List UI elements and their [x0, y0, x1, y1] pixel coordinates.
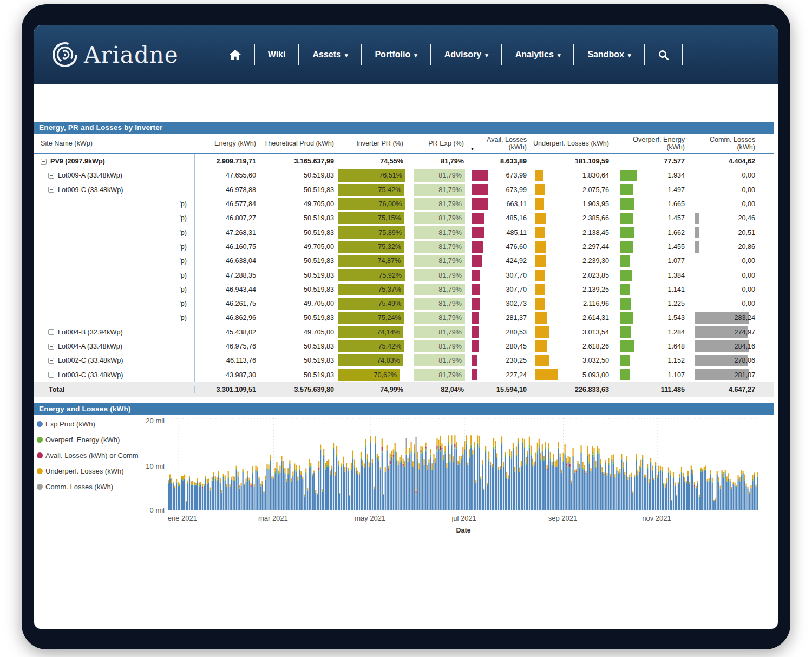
chevron-down-icon: ▾ — [558, 52, 561, 59]
nav-separator — [682, 44, 683, 65]
table-row[interactable]: Lot002-C (33.48kWp)46.113,7650.519,8374,… — [34, 353, 774, 367]
collapse-icon[interactable] — [41, 159, 47, 165]
nav-item-wiki[interactable]: Wiki — [255, 50, 299, 60]
theoretical-cell: 50.519,83 — [259, 211, 337, 225]
inverter-pr-cell: 75,24% — [337, 311, 407, 325]
column-header-site-name[interactable]: Site Name (kWp) — [34, 140, 194, 147]
nav-search-button[interactable] — [645, 50, 682, 60]
table-row[interactable]: 'p)46.577,8449.705,0076,00%81,79%663,111… — [34, 197, 774, 211]
inverter-pr-cell: 75,89% — [337, 225, 407, 239]
pr-exp-cell: 81,79% — [407, 268, 467, 282]
table-panel-title: Energy, PR and Losses by Inverter — [34, 122, 774, 134]
table-row[interactable]: Lot004-B (32.94kWp)45.438,0249.705,0074,… — [34, 325, 774, 339]
chart-legend: Exp Prod (kWh)Overperf. Energy (kWh)Avai… — [37, 420, 139, 491]
avail-losses-cell: 281,37 — [467, 311, 530, 325]
energy-cell: 46.975,76 — [194, 339, 259, 353]
table-row[interactable]: 'p)46.160,7549.705,0075,32%81,79%476,602… — [34, 240, 774, 254]
table-row[interactable]: 'p)46.638,0450.519,8374,87%81,79%424,922… — [34, 254, 774, 268]
x-axis-title: Date — [456, 527, 470, 534]
avail-losses-cell: 485,16 — [467, 211, 530, 225]
site-name-cell: 'p) — [34, 311, 194, 325]
legend-item-2[interactable]: Avail. Losses (kWh) or Comm — [37, 451, 139, 459]
energy-cell: 43.987,30 — [194, 367, 259, 382]
nav-item-assets[interactable]: Assets▾ — [299, 50, 361, 60]
theoretical-cell: 50.519,83 — [259, 225, 337, 239]
theoretical-cell: 50.519,83 — [259, 254, 337, 268]
collapse-icon[interactable] — [48, 358, 54, 364]
site-name-cell: Lot004-B (32.94kWp) — [34, 325, 194, 339]
y-axis-label-20mil: 20 mil — [132, 417, 165, 425]
pr-exp-cell: 81,79% — [407, 311, 467, 325]
total-inverter_pr-cell: 74,99% — [337, 386, 407, 393]
column-header-underperf-losses-kwh-[interactable]: Underperf. Losses (kWh) — [530, 140, 612, 147]
table-row[interactable]: 'p)46.807,2750.519,8375,15%81,79%485,162… — [34, 211, 774, 225]
stacked-bar-plot[interactable] — [168, 415, 759, 513]
table-row[interactable]: 'p)46.261,7549.705,0075,49%81,79%302,732… — [34, 297, 774, 311]
table-row[interactable]: 'p)46.862,9650.519,8375,24%81,79%281,372… — [34, 311, 774, 325]
pr-exp-cell: 81,79% — [407, 183, 467, 197]
dashboard: Energy, PR and Losses by Inverter Site N… — [34, 122, 778, 545]
table-row[interactable]: Lot009-C (33.48kWp)46.978,8850.519,8375,… — [34, 183, 774, 197]
column-header-avail-losses-kwh-[interactable]: Avail. Losses (kWh)▼ — [467, 136, 530, 152]
overperf-energy-cell: 1.284 — [612, 325, 688, 339]
legend-item-1[interactable]: Overperf. Energy (kWh) — [37, 436, 139, 444]
inverter-pr-cell: 76,00% — [337, 197, 407, 211]
nav-item-portfolio[interactable]: Portfolio▾ — [362, 50, 430, 60]
avail-losses-cell: 307,70 — [467, 282, 530, 297]
underperf-losses-cell: 2.614,31 — [530, 311, 612, 325]
column-header-inverter-pr-[interactable]: Inverter PR (%) — [337, 140, 407, 147]
legend-item-0[interactable]: Exp Prod (kWh) — [37, 420, 139, 428]
inverter-pr-cell: 74,87% — [337, 254, 407, 268]
theoretical-cell: 50.519,83 — [259, 168, 337, 182]
inverter-pr-cell: 75,15% — [337, 211, 407, 225]
avail-losses-cell: 280,45 — [467, 339, 530, 353]
nav-item-advisory[interactable]: Advisory▾ — [431, 50, 501, 60]
comm-losses-cell: 281,07 — [688, 367, 758, 382]
home-icon — [230, 50, 241, 60]
table-row[interactable]: Lot004-A (33.48kWp)46.975,7650.519,8375,… — [34, 339, 774, 353]
comm-losses-cell: 0,00 — [688, 168, 758, 182]
legend-label: Comm. Losses (kWh) — [45, 483, 113, 491]
site-name-cell: Lot004-A (33.48kWp) — [34, 339, 194, 353]
column-header-pr-exp-[interactable]: PR Exp (%) — [407, 140, 467, 147]
total-underperf-cell: 226.833,63 — [530, 386, 612, 393]
legend-item-4[interactable]: Comm. Losses (kWh) — [37, 483, 139, 491]
energy-cell: 46.807,27 — [194, 211, 259, 225]
avail-losses-cell: 280,53 — [467, 325, 530, 339]
collapse-icon[interactable] — [48, 173, 54, 179]
column-header-energy-kwh-[interactable]: Energy (kWh) — [194, 140, 259, 147]
nav-home-button[interactable] — [217, 50, 254, 60]
legend-color-dot — [37, 452, 43, 458]
pr-exp-cell: 81,79% — [407, 325, 467, 339]
table-row[interactable]: 'p)47.288,3550.519,8375,92%81,79%307,702… — [34, 268, 774, 282]
collapse-icon[interactable] — [48, 372, 54, 378]
site-name-cell: PV9 (2097.9kWp) — [34, 154, 194, 168]
energy-cell: 45.438,02 — [194, 325, 259, 339]
overperf-energy-cell: 1.384 — [612, 268, 688, 282]
collapse-icon[interactable] — [48, 329, 54, 335]
total-avail-cell: 15.594,10 — [467, 386, 530, 393]
pr-exp-cell: 81,79% — [407, 154, 467, 168]
site-name-cell: 'p) — [34, 240, 194, 254]
table-row[interactable]: Lot009-A (33.48kWp)47.655,6050.519,8376,… — [34, 168, 774, 182]
collapse-icon[interactable] — [48, 187, 54, 193]
column-header-theoretical-prod-kwh-[interactable]: Theoretical Prod (kWh) — [259, 140, 337, 147]
table-row[interactable]: Lot003-C (33.48kWp)43.987,3050.519,8370,… — [34, 367, 774, 382]
collapse-icon[interactable] — [48, 344, 54, 350]
underperf-losses-cell: 2.385,66 — [530, 211, 612, 225]
legend-item-3[interactable]: Underperf. Losses (kWh) — [37, 467, 139, 475]
column-header-comm-losses-kwh-[interactable]: Comm. Losses (kWh) — [688, 136, 758, 152]
brand-logo[interactable]: Ariadne — [51, 41, 179, 68]
theoretical-cell: 49.705,00 — [259, 325, 337, 339]
theoretical-cell: 50.519,83 — [259, 282, 337, 297]
column-header-overperf-energy-kwh-[interactable]: Overperf. Energy (kWh) — [612, 136, 688, 152]
legend-label: Overperf. Energy (kWh) — [45, 436, 120, 444]
nav-item-sandbox[interactable]: Sandbox▾ — [574, 50, 644, 60]
nav-item-analytics[interactable]: Analytics▾ — [502, 50, 574, 60]
energy-cell: 47.268,31 — [194, 225, 259, 239]
underperf-losses-cell: 2.116,96 — [530, 297, 612, 311]
table-row[interactable]: PV9 (2097.9kWp)2.909.719,713.165.637,997… — [34, 154, 774, 168]
table-row[interactable]: 'p)47.268,3150.519,8375,89%81,79%485,112… — [34, 225, 774, 239]
avail-losses-cell: 485,11 — [467, 225, 530, 239]
table-row[interactable]: 'p)46.943,4450.519,8375,37%81,79%307,702… — [34, 282, 774, 297]
